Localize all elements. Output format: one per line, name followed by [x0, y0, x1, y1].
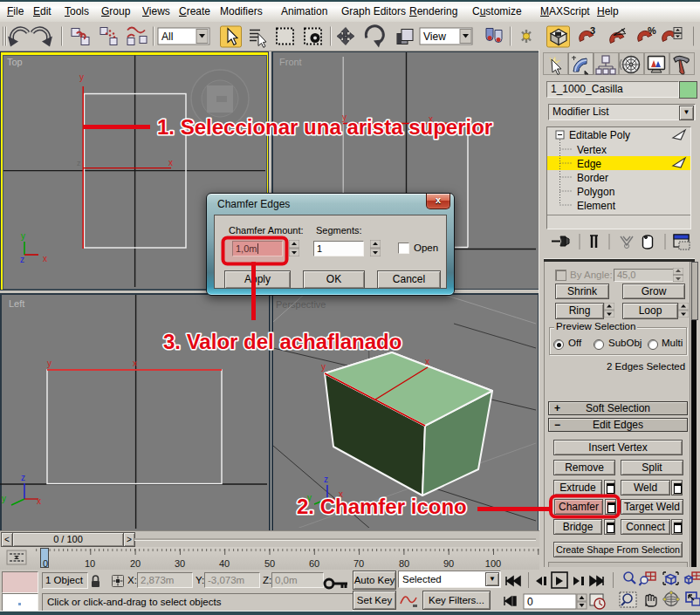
svg-text:10: 10	[85, 558, 95, 569]
svg-text:x: x	[37, 496, 41, 506]
svg-text:Border: Border	[577, 172, 608, 184]
svg-text:Vertex: Vertex	[577, 144, 607, 156]
svg-text:y: y	[47, 359, 51, 368]
svg-text:z: z	[324, 475, 328, 484]
svg-text:z: z	[20, 255, 24, 264]
svg-text:y: y	[79, 72, 84, 82]
svg-text:x: x	[133, 359, 137, 368]
svg-text:x: x	[429, 114, 433, 124]
svg-text:Editable Poly: Editable Poly	[569, 129, 630, 141]
svg-text:0: 0	[527, 596, 533, 608]
svg-text:y: y	[321, 362, 326, 372]
svg-text:Top: Top	[7, 57, 23, 67]
svg-text:50: 50	[264, 558, 275, 569]
svg-text:Element: Element	[577, 200, 616, 212]
svg-text:0: 0	[43, 558, 48, 569]
svg-text:60: 60	[309, 558, 319, 569]
svg-text:y: y	[21, 231, 25, 241]
svg-text:Edge: Edge	[577, 158, 601, 170]
svg-text:Left: Left	[9, 298, 24, 309]
svg-text:40: 40	[219, 558, 230, 569]
svg-text:y: y	[2, 494, 6, 503]
svg-text:x: x	[339, 489, 343, 499]
svg-text:y: y	[307, 493, 312, 502]
svg-text:20: 20	[130, 558, 141, 569]
svg-text:x: x	[43, 254, 47, 263]
svg-text:z: z	[21, 473, 25, 482]
svg-text:Perspective: Perspective	[276, 299, 326, 310]
svg-text:x: x	[425, 357, 429, 366]
svg-text:30: 30	[175, 558, 185, 569]
svg-text:90: 90	[443, 558, 454, 569]
svg-text:y: y	[342, 113, 347, 122]
svg-text:z: z	[77, 159, 81, 167]
svg-text:80: 80	[399, 558, 409, 569]
svg-text:x: x	[168, 158, 173, 167]
svg-text:Polygon: Polygon	[577, 186, 614, 198]
svg-text:Front: Front	[279, 57, 302, 67]
svg-text:70: 70	[353, 558, 364, 569]
svg-text:100: 100	[485, 558, 501, 569]
